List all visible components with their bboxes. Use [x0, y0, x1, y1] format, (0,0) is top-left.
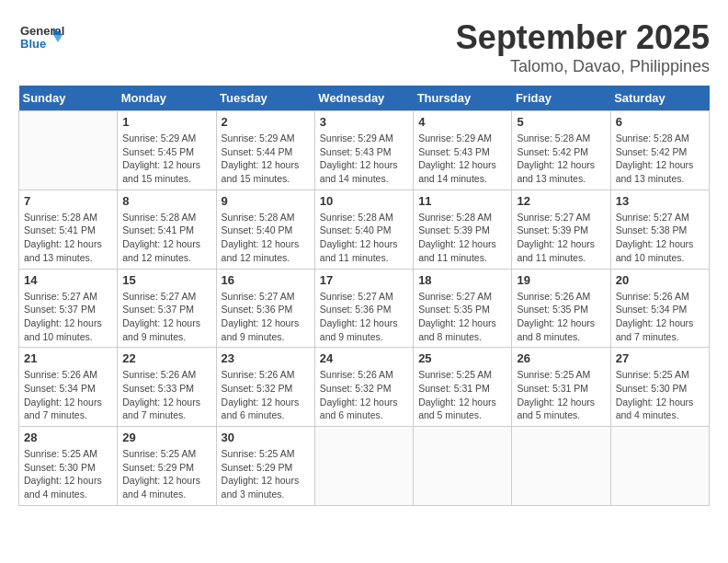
day-info: Sunrise: 5:28 AM Sunset: 5:40 PM Dayligh…: [222, 211, 310, 265]
month-title: September 2025: [456, 18, 710, 57]
day-info: Sunrise: 5:27 AM Sunset: 5:36 PM Dayligh…: [222, 290, 310, 344]
day-number: 4: [418, 115, 506, 129]
calendar-cell: 9Sunrise: 5:28 AM Sunset: 5:40 PM Daylig…: [216, 190, 314, 269]
calendar-cell: 18Sunrise: 5:27 AM Sunset: 5:35 PM Dayli…: [414, 269, 512, 348]
calendar-cell: 4Sunrise: 5:29 AM Sunset: 5:43 PM Daylig…: [414, 111, 512, 190]
calendar-cell: 7Sunrise: 5:28 AM Sunset: 5:41 PM Daylig…: [19, 190, 118, 269]
day-info: Sunrise: 5:26 AM Sunset: 5:35 PM Dayligh…: [517, 290, 605, 344]
calendar-cell: [19, 111, 118, 190]
calendar-cell: 1Sunrise: 5:29 AM Sunset: 5:45 PM Daylig…: [118, 111, 216, 190]
day-info: Sunrise: 5:27 AM Sunset: 5:38 PM Dayligh…: [616, 211, 704, 265]
calendar-cell: 22Sunrise: 5:26 AM Sunset: 5:33 PM Dayli…: [118, 348, 216, 427]
header: General Blue September 2025 Talomo, Dava…: [18, 18, 710, 76]
day-info: Sunrise: 5:29 AM Sunset: 5:43 PM Dayligh…: [320, 132, 408, 186]
day-info: Sunrise: 5:28 AM Sunset: 5:40 PM Dayligh…: [320, 211, 408, 265]
day-info: Sunrise: 5:29 AM Sunset: 5:43 PM Dayligh…: [418, 132, 506, 186]
day-info: Sunrise: 5:27 AM Sunset: 5:37 PM Dayligh…: [122, 290, 210, 344]
day-number: 22: [122, 351, 210, 365]
calendar-cell: 10Sunrise: 5:28 AM Sunset: 5:40 PM Dayli…: [314, 190, 413, 269]
calendar-cell: 6Sunrise: 5:28 AM Sunset: 5:42 PM Daylig…: [610, 111, 709, 190]
day-number: 29: [122, 431, 210, 444]
day-header-saturday: Saturday: [610, 86, 709, 111]
day-info: Sunrise: 5:25 AM Sunset: 5:30 PM Dayligh…: [24, 447, 112, 501]
day-number: 11: [418, 194, 506, 208]
day-number: 5: [517, 115, 605, 129]
calendar-cell: 25Sunrise: 5:25 AM Sunset: 5:31 PM Dayli…: [414, 348, 512, 427]
day-number: 16: [222, 273, 310, 287]
day-header-wednesday: Wednesday: [314, 86, 413, 111]
day-info: Sunrise: 5:25 AM Sunset: 5:29 PM Dayligh…: [222, 447, 310, 501]
day-number: 28: [24, 431, 112, 444]
day-number: 26: [517, 351, 605, 365]
day-number: 8: [122, 194, 210, 208]
day-number: 12: [517, 194, 605, 208]
calendar-cell: 16Sunrise: 5:27 AM Sunset: 5:36 PM Dayli…: [216, 269, 314, 348]
day-info: Sunrise: 5:26 AM Sunset: 5:34 PM Dayligh…: [24, 368, 112, 422]
day-number: 10: [320, 194, 408, 208]
day-header-friday: Friday: [512, 86, 610, 111]
calendar-cell: 15Sunrise: 5:27 AM Sunset: 5:37 PM Dayli…: [118, 269, 216, 348]
calendar-cell: [414, 427, 512, 506]
week-row-3: 14Sunrise: 5:27 AM Sunset: 5:37 PM Dayli…: [19, 269, 710, 348]
calendar-cell: 23Sunrise: 5:26 AM Sunset: 5:32 PM Dayli…: [216, 348, 314, 427]
day-number: 9: [222, 194, 310, 208]
day-number: 20: [616, 273, 704, 287]
day-number: 13: [616, 194, 704, 208]
logo-icon: General Blue: [18, 18, 64, 55]
calendar-table: SundayMondayTuesdayWednesdayThursdayFrid…: [18, 86, 710, 506]
day-info: Sunrise: 5:29 AM Sunset: 5:44 PM Dayligh…: [222, 132, 310, 186]
calendar-cell: 28Sunrise: 5:25 AM Sunset: 5:30 PM Dayli…: [19, 427, 118, 506]
day-info: Sunrise: 5:27 AM Sunset: 5:36 PM Dayligh…: [320, 290, 408, 344]
calendar-cell: 21Sunrise: 5:26 AM Sunset: 5:34 PM Dayli…: [19, 348, 118, 427]
calendar-cell: 24Sunrise: 5:26 AM Sunset: 5:32 PM Dayli…: [314, 348, 413, 427]
week-row-2: 7Sunrise: 5:28 AM Sunset: 5:41 PM Daylig…: [19, 190, 710, 269]
calendar-cell: 12Sunrise: 5:27 AM Sunset: 5:39 PM Dayli…: [512, 190, 610, 269]
calendar-cell: [314, 427, 413, 506]
day-header-sunday: Sunday: [19, 86, 118, 111]
calendar-cell: 27Sunrise: 5:25 AM Sunset: 5:30 PM Dayli…: [610, 348, 709, 427]
day-info: Sunrise: 5:25 AM Sunset: 5:31 PM Dayligh…: [517, 368, 605, 422]
day-info: Sunrise: 5:28 AM Sunset: 5:41 PM Dayligh…: [24, 211, 112, 265]
day-info: Sunrise: 5:27 AM Sunset: 5:37 PM Dayligh…: [24, 290, 112, 344]
title-section: September 2025 Talomo, Davao, Philippine…: [456, 18, 710, 76]
calendar-cell: 11Sunrise: 5:28 AM Sunset: 5:39 PM Dayli…: [414, 190, 512, 269]
day-info: Sunrise: 5:26 AM Sunset: 5:32 PM Dayligh…: [222, 368, 310, 422]
day-number: 30: [222, 431, 310, 444]
calendar-cell: 26Sunrise: 5:25 AM Sunset: 5:31 PM Dayli…: [512, 348, 610, 427]
days-header-row: SundayMondayTuesdayWednesdayThursdayFrid…: [19, 86, 710, 111]
calendar-cell: 17Sunrise: 5:27 AM Sunset: 5:36 PM Dayli…: [314, 269, 413, 348]
logo: General Blue: [18, 18, 64, 55]
day-info: Sunrise: 5:28 AM Sunset: 5:39 PM Dayligh…: [418, 211, 506, 265]
week-row-5: 28Sunrise: 5:25 AM Sunset: 5:30 PM Dayli…: [19, 427, 710, 506]
day-number: 2: [222, 115, 310, 129]
svg-text:Blue: Blue: [20, 37, 46, 51]
calendar-cell: 19Sunrise: 5:26 AM Sunset: 5:35 PM Dayli…: [512, 269, 610, 348]
day-info: Sunrise: 5:25 AM Sunset: 5:30 PM Dayligh…: [616, 368, 704, 422]
day-number: 14: [24, 273, 112, 287]
day-number: 24: [320, 351, 408, 365]
calendar-cell: 5Sunrise: 5:28 AM Sunset: 5:42 PM Daylig…: [512, 111, 610, 190]
day-info: Sunrise: 5:26 AM Sunset: 5:33 PM Dayligh…: [122, 368, 210, 422]
calendar-cell: 8Sunrise: 5:28 AM Sunset: 5:41 PM Daylig…: [118, 190, 216, 269]
calendar-body: 1Sunrise: 5:29 AM Sunset: 5:45 PM Daylig…: [19, 111, 710, 506]
calendar-cell: 13Sunrise: 5:27 AM Sunset: 5:38 PM Dayli…: [610, 190, 709, 269]
day-info: Sunrise: 5:29 AM Sunset: 5:45 PM Dayligh…: [122, 132, 210, 186]
calendar-cell: 29Sunrise: 5:25 AM Sunset: 5:29 PM Dayli…: [118, 427, 216, 506]
calendar-cell: [610, 427, 709, 506]
day-info: Sunrise: 5:28 AM Sunset: 5:42 PM Dayligh…: [517, 132, 605, 186]
day-number: 3: [320, 115, 408, 129]
day-number: 18: [418, 273, 506, 287]
day-number: 6: [616, 115, 704, 129]
day-number: 17: [320, 273, 408, 287]
calendar-cell: 3Sunrise: 5:29 AM Sunset: 5:43 PM Daylig…: [314, 111, 413, 190]
svg-marker-3: [53, 35, 63, 42]
day-number: 1: [122, 115, 210, 129]
day-info: Sunrise: 5:26 AM Sunset: 5:34 PM Dayligh…: [616, 290, 704, 344]
calendar-cell: 2Sunrise: 5:29 AM Sunset: 5:44 PM Daylig…: [216, 111, 314, 190]
day-number: 19: [517, 273, 605, 287]
day-info: Sunrise: 5:27 AM Sunset: 5:39 PM Dayligh…: [517, 211, 605, 265]
week-row-4: 21Sunrise: 5:26 AM Sunset: 5:34 PM Dayli…: [19, 348, 710, 427]
calendar-cell: 20Sunrise: 5:26 AM Sunset: 5:34 PM Dayli…: [610, 269, 709, 348]
calendar-cell: [512, 427, 610, 506]
day-info: Sunrise: 5:26 AM Sunset: 5:32 PM Dayligh…: [320, 368, 408, 422]
